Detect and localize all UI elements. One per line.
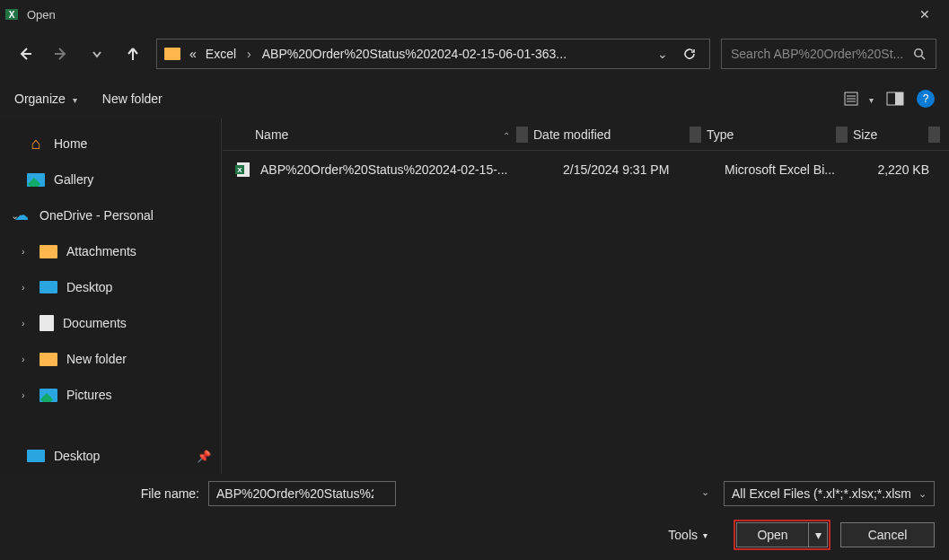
- svg-line-5: [921, 56, 925, 59]
- svg-text:X: X: [9, 10, 15, 20]
- tree-attachments[interactable]: › Attachments: [0, 233, 222, 269]
- open-button-group: Open ▾: [736, 522, 828, 547]
- breadcrumb-part[interactable]: Excel: [206, 47, 236, 61]
- desktop-icon: [40, 281, 57, 293]
- chevron-down-icon: ⌄: [918, 488, 927, 500]
- pin-icon: 📌: [197, 450, 211, 463]
- home-icon: ⌂: [27, 136, 45, 152]
- new-folder-button[interactable]: New folder: [102, 92, 163, 106]
- tree-desktop-local[interactable]: Desktop 📌: [0, 438, 222, 474]
- cancel-button[interactable]: Cancel: [840, 522, 935, 547]
- gallery-icon: [27, 173, 45, 187]
- search-input[interactable]: Search ABP%20Order%20St...: [721, 39, 936, 69]
- chevron-down-icon[interactable]: ⌄: [11, 210, 19, 222]
- file-row[interactable]: X ABP%20Order%20Status%202024-02-15-... …: [223, 151, 949, 188]
- help-button[interactable]: ?: [917, 90, 935, 108]
- address-bar[interactable]: « Excel ABP%20Order%20Status%202024-02-1…: [156, 39, 710, 69]
- close-button[interactable]: ✕: [904, 7, 945, 22]
- breadcrumb-sep: [245, 47, 253, 61]
- address-dropdown[interactable]: ⌄: [657, 47, 668, 61]
- search-icon: [913, 48, 927, 61]
- desktop-icon: [27, 450, 45, 462]
- toolbar: Organize New folder ?: [0, 79, 949, 118]
- refresh-button[interactable]: [677, 41, 702, 66]
- tree-pictures[interactable]: › Pictures: [0, 377, 222, 413]
- tree-gallery[interactable]: Gallery: [0, 162, 222, 197]
- chevron-right-icon[interactable]: ›: [22, 318, 25, 328]
- pictures-icon: [40, 389, 57, 402]
- filename-input[interactable]: [208, 481, 396, 506]
- folder-icon: [40, 353, 57, 366]
- col-name[interactable]: Name: [250, 127, 516, 142]
- excel-file-icon: X: [235, 162, 251, 178]
- tree-onedrive[interactable]: ⌄ ☁ OneDrive - Personal: [0, 197, 222, 233]
- documents-icon: [40, 315, 54, 331]
- forward-button[interactable]: [48, 41, 74, 66]
- sort-indicator-icon: [503, 127, 510, 142]
- svg-rect-11: [895, 92, 903, 105]
- file-size: 2,220 KB: [859, 162, 940, 177]
- col-type[interactable]: Type: [701, 127, 836, 142]
- chevron-right-icon[interactable]: ›: [22, 354, 25, 364]
- file-type-filter[interactable]: All Excel Files (*.xl*;*.xlsx;*.xlsm ⌄: [724, 481, 935, 506]
- excel-app-icon: X: [4, 6, 20, 22]
- tree-documents[interactable]: › Documents: [0, 305, 222, 341]
- nav-tree[interactable]: ⌂ Home Gallery ⌄ ☁ OneDrive - Personal ›…: [0, 118, 223, 474]
- organize-menu[interactable]: Organize: [14, 92, 77, 106]
- breadcrumb-part[interactable]: ABP%20Order%20Status%202024-02-15-06-01-…: [262, 47, 567, 61]
- back-button[interactable]: [13, 41, 38, 66]
- breadcrumb-ellipsis: «: [189, 47, 197, 61]
- col-size[interactable]: Size: [848, 127, 928, 142]
- file-type: Microsoft Excel Bi...: [725, 162, 859, 177]
- file-date: 2/15/2024 9:31 PM: [563, 162, 725, 177]
- col-date[interactable]: Date modified: [528, 127, 690, 142]
- open-dropdown[interactable]: ▾: [808, 522, 828, 547]
- open-button[interactable]: Open: [736, 522, 808, 547]
- file-pane: Name Date modified Type Size X ABP%20Ord…: [223, 118, 949, 474]
- tools-menu[interactable]: Tools ▾: [668, 528, 707, 542]
- tree-desktop[interactable]: › Desktop: [0, 269, 222, 305]
- recent-dropdown[interactable]: [84, 41, 110, 66]
- chevron-right-icon[interactable]: ›: [22, 246, 25, 257]
- preview-pane-button[interactable]: [886, 92, 904, 106]
- nav-row: « Excel ABP%20Order%20Status%202024-02-1…: [0, 29, 949, 79]
- svg-point-4: [915, 48, 922, 56]
- bottom-bar: File name: ⌄ All Excel Files (*.xl*;*.xl…: [0, 474, 949, 560]
- file-name: ABP%20Order%20Status%202024-02-15-...: [260, 162, 563, 177]
- tree-home[interactable]: ⌂ Home: [0, 126, 222, 162]
- chevron-right-icon[interactable]: ›: [22, 389, 25, 400]
- search-placeholder: Search ABP%20Order%20St...: [731, 47, 903, 61]
- main-area: ⌂ Home Gallery ⌄ ☁ OneDrive - Personal ›…: [0, 118, 949, 474]
- up-button[interactable]: [120, 41, 145, 66]
- window-title: Open: [27, 8, 904, 22]
- filename-label: File name:: [14, 486, 199, 501]
- svg-text:X: X: [237, 166, 242, 174]
- column-headers[interactable]: Name Date modified Type Size: [223, 118, 949, 151]
- titlebar: X Open ✕: [0, 0, 949, 29]
- tree-newfolder[interactable]: › New folder: [0, 341, 222, 377]
- folder-icon: [164, 48, 180, 60]
- chevron-right-icon[interactable]: ›: [22, 282, 25, 293]
- view-menu[interactable]: [844, 92, 874, 106]
- filename-dropdown-icon[interactable]: ⌄: [701, 486, 709, 498]
- folder-icon: [40, 245, 57, 258]
